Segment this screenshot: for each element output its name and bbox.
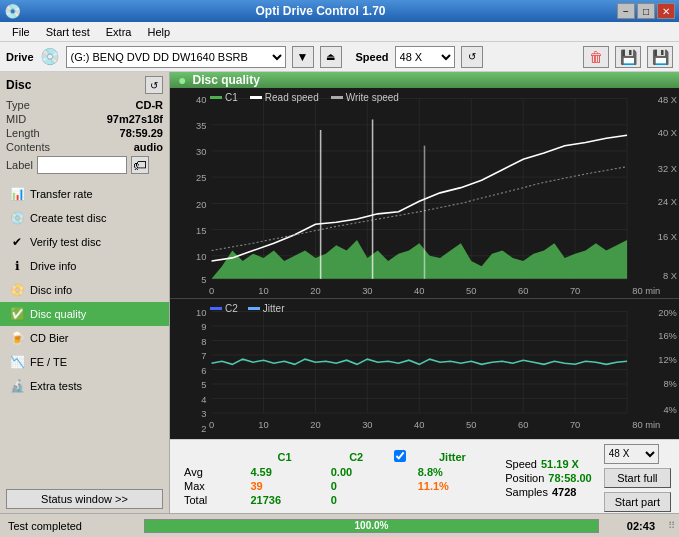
svg-text:30: 30 <box>362 419 372 429</box>
svg-text:0: 0 <box>209 419 214 429</box>
chart1-svg: 40 35 30 25 20 15 10 5 0 10 20 30 40 50 … <box>170 88 679 298</box>
start-part-button[interactable]: Start part <box>604 492 671 512</box>
disc-section-title: Disc <box>6 78 31 92</box>
legend-c2-label: C2 <box>225 303 238 314</box>
disc-row-mid: MID 97m27s18f <box>6 112 163 126</box>
chart1: C1 Read speed Write speed <box>170 88 679 299</box>
svg-text:40: 40 <box>414 419 424 429</box>
drive-select[interactable]: (G:) BENQ DVD DD DW1640 BSRB <box>66 46 286 68</box>
sidebar-item-cd-bier[interactable]: 🍺 CD Bier <box>0 326 169 350</box>
sidebar-item-fe-te[interactable]: 📉 FE / TE <box>0 350 169 374</box>
menu-start-test[interactable]: Start test <box>38 24 98 40</box>
svg-text:30: 30 <box>196 146 206 157</box>
sidebar-item-extra-tests[interactable]: 🔬 Extra tests <box>0 374 169 398</box>
svg-text:10: 10 <box>196 251 206 262</box>
samples-value: 4728 <box>552 486 576 498</box>
col-c1: C1 <box>244 449 324 465</box>
verify-test-disc-icon: ✔ <box>10 235 24 249</box>
toolbar-erase-button[interactable]: 🗑 <box>583 46 609 68</box>
status-window-button[interactable]: Status window >> <box>6 489 163 509</box>
svg-text:20%: 20% <box>658 307 677 317</box>
toolbar-burn-button[interactable]: 💾 <box>615 46 641 68</box>
disc-label-input[interactable] <box>37 156 127 174</box>
start-full-button[interactable]: Start full <box>604 468 671 488</box>
sidebar-item-verify-test-disc[interactable]: ✔ Verify test disc <box>0 230 169 254</box>
maximize-button[interactable]: □ <box>637 3 655 19</box>
speed-refresh-button[interactable]: ↺ <box>461 46 483 68</box>
minimize-button[interactable]: − <box>617 3 635 19</box>
disc-row-type: Type CD-R <box>6 98 163 112</box>
svg-text:4%: 4% <box>663 405 676 415</box>
drive-refresh-button[interactable]: ▼ <box>292 46 314 68</box>
svg-text:50: 50 <box>466 419 476 429</box>
stats-max-row: Max 39 0 11.1% <box>178 479 493 493</box>
svg-text:15: 15 <box>196 225 206 236</box>
stats-bar: C1 C2 Jitter Avg 4.59 0.00 <box>170 439 679 513</box>
svg-text:3: 3 <box>201 409 206 419</box>
chart2-legend: C2 Jitter <box>210 303 284 314</box>
col-c2: C2 <box>325 449 388 465</box>
legend-read-speed: Read speed <box>250 92 319 103</box>
main-layout: Disc ↺ Type CD-R MID 97m27s18f Length 78… <box>0 72 679 513</box>
disc-label-icon-button[interactable]: 🏷 <box>131 156 149 174</box>
sidebar-item-create-test-disc[interactable]: 💿 Create test disc <box>0 206 169 230</box>
disc-section: Disc ↺ Type CD-R MID 97m27s18f Length 78… <box>0 72 169 178</box>
disc-refresh-button[interactable]: ↺ <box>145 76 163 94</box>
stats-avg-row: Avg 4.59 0.00 8.8% <box>178 465 493 479</box>
stats-total-jitter <box>412 493 493 507</box>
disc-row-length: Length 78:59.29 <box>6 126 163 140</box>
svg-text:35: 35 <box>196 120 206 131</box>
sidebar-label-disc-info: Disc info <box>30 284 72 296</box>
close-button[interactable]: ✕ <box>657 3 675 19</box>
svg-text:40 X: 40 X <box>658 127 678 138</box>
svg-text:40: 40 <box>414 285 424 296</box>
sidebar-item-disc-info[interactable]: 📀 Disc info <box>0 278 169 302</box>
sidebar-item-transfer-rate[interactable]: 📊 Transfer rate <box>0 182 169 206</box>
title-text: Opti Drive Control 1.70 <box>24 4 617 18</box>
progress-container: 100.0% <box>144 519 599 533</box>
stats-speed-row: Speed 51.19 X <box>505 458 592 470</box>
jitter-checkbox[interactable] <box>394 450 406 462</box>
title-bar: 💿 Opti Drive Control 1.70 − □ ✕ <box>0 0 679 22</box>
disc-info-icon: 📀 <box>10 283 24 297</box>
status-text: Test completed <box>0 520 140 532</box>
drive-eject-button[interactable]: ⏏ <box>320 46 342 68</box>
svg-text:20: 20 <box>196 199 206 210</box>
drive-info-icon: ℹ <box>10 259 24 273</box>
svg-text:32 X: 32 X <box>658 163 678 174</box>
disc-key-contents: Contents <box>6 141 50 153</box>
toolbar-save-button[interactable]: 💾 <box>647 46 673 68</box>
disc-quality-title: Disc quality <box>192 73 259 87</box>
legend-jitter-label: Jitter <box>263 303 285 314</box>
c1-color-swatch <box>210 96 222 99</box>
speed-label-stats: Speed <box>505 458 537 470</box>
menu-help[interactable]: Help <box>139 24 178 40</box>
svg-text:25: 25 <box>196 172 206 183</box>
resize-grip: ⠿ <box>663 514 679 538</box>
svg-text:24 X: 24 X <box>658 196 678 207</box>
stats-samples-row: Samples 4728 <box>505 486 592 498</box>
speed-label: Speed <box>356 51 389 63</box>
chart1-legend: C1 Read speed Write speed <box>210 92 399 103</box>
stats-speed-select[interactable]: 48 X <box>604 444 659 464</box>
legend-c2: C2 <box>210 303 238 314</box>
write-speed-swatch <box>331 96 343 99</box>
legend-write-speed: Write speed <box>331 92 399 103</box>
menu-extra[interactable]: Extra <box>98 24 140 40</box>
speed-select[interactable]: 48 X40 X32 X24 X16 X <box>395 46 455 68</box>
fe-te-icon: 📉 <box>10 355 24 369</box>
jitter-color-swatch <box>248 307 260 310</box>
sidebar-label-cd-bier: CD Bier <box>30 332 69 344</box>
svg-text:4: 4 <box>201 394 206 404</box>
sidebar-item-drive-info[interactable]: ℹ Drive info <box>0 254 169 278</box>
stats-actions: 48 X Start full Start part <box>604 444 671 512</box>
sidebar-label-drive-info: Drive info <box>30 260 76 272</box>
sidebar-item-disc-quality[interactable]: ✅ Disc quality <box>0 302 169 326</box>
position-value: 78:58.00 <box>548 472 591 484</box>
menu-file[interactable]: File <box>4 24 38 40</box>
stats-max-c2: 0 <box>325 479 388 493</box>
svg-text:60: 60 <box>518 285 528 296</box>
stats-max-label: Max <box>178 479 244 493</box>
disc-key-type: Type <box>6 99 30 111</box>
progress-label: 100.0% <box>355 520 389 531</box>
